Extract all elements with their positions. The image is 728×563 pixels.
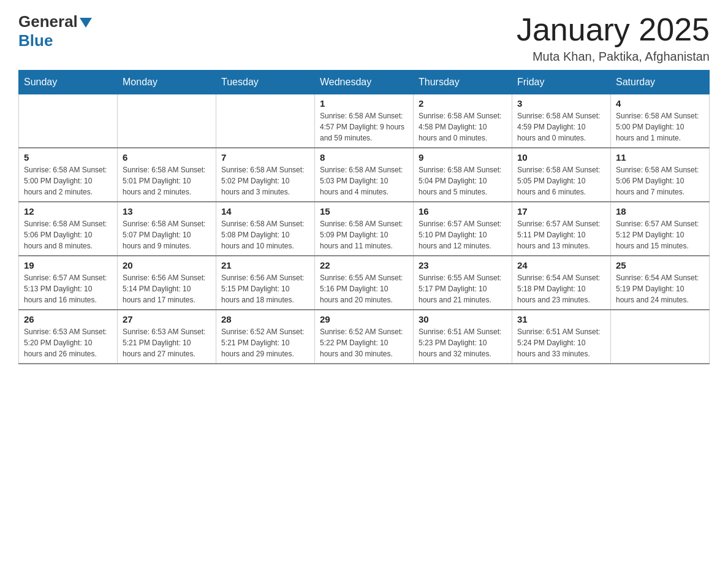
day-info: Sunrise: 6:56 AM Sunset: 5:15 PM Dayligh… [221, 272, 309, 305]
calendar-cell [611, 310, 710, 364]
day-info: Sunrise: 6:58 AM Sunset: 5:03 PM Dayligh… [320, 164, 408, 197]
day-info: Sunrise: 6:58 AM Sunset: 5:06 PM Dayligh… [616, 164, 704, 197]
page-header: General Blue January 2025 Muta Khan, Pak… [18, 12, 710, 64]
calendar-cell: 4Sunrise: 6:58 AM Sunset: 5:00 PM Daylig… [611, 94, 710, 148]
logo-general-text: General [18, 12, 78, 31]
day-info: Sunrise: 6:58 AM Sunset: 4:58 PM Dayligh… [419, 110, 507, 144]
day-info: Sunrise: 6:54 AM Sunset: 5:18 PM Dayligh… [517, 272, 605, 305]
month-title: January 2025 [517, 12, 710, 47]
day-number: 14 [221, 206, 309, 216]
day-info: Sunrise: 6:58 AM Sunset: 4:59 PM Dayligh… [517, 110, 605, 144]
calendar-cell: 28Sunrise: 6:52 AM Sunset: 5:21 PM Dayli… [216, 310, 315, 364]
day-info: Sunrise: 6:55 AM Sunset: 5:17 PM Dayligh… [419, 272, 507, 305]
calendar-cell: 11Sunrise: 6:58 AM Sunset: 5:06 PM Dayli… [611, 148, 710, 202]
day-number: 15 [320, 206, 408, 216]
day-number: 16 [419, 206, 507, 216]
header-day-tuesday: Tuesday [216, 71, 315, 94]
day-number: 23 [419, 260, 507, 270]
calendar-week-4: 19Sunrise: 6:57 AM Sunset: 5:13 PM Dayli… [19, 256, 710, 310]
calendar-cell [216, 94, 315, 148]
day-info: Sunrise: 6:57 AM Sunset: 5:10 PM Dayligh… [419, 218, 507, 251]
day-info: Sunrise: 6:58 AM Sunset: 5:06 PM Dayligh… [24, 218, 112, 251]
day-info: Sunrise: 6:58 AM Sunset: 5:05 PM Dayligh… [517, 164, 605, 197]
day-number: 27 [123, 314, 211, 324]
calendar-cell: 5Sunrise: 6:58 AM Sunset: 5:00 PM Daylig… [19, 148, 118, 202]
calendar-cell: 7Sunrise: 6:58 AM Sunset: 5:02 PM Daylig… [216, 148, 315, 202]
calendar-cell: 21Sunrise: 6:56 AM Sunset: 5:15 PM Dayli… [216, 256, 315, 310]
header-day-friday: Friday [512, 71, 611, 94]
calendar-cell: 9Sunrise: 6:58 AM Sunset: 5:04 PM Daylig… [414, 148, 512, 202]
header-day-saturday: Saturday [611, 71, 710, 94]
day-info: Sunrise: 6:58 AM Sunset: 5:02 PM Dayligh… [221, 164, 309, 197]
calendar-cell: 29Sunrise: 6:52 AM Sunset: 5:22 PM Dayli… [315, 310, 414, 364]
day-number: 26 [24, 314, 112, 324]
day-info: Sunrise: 6:58 AM Sunset: 4:57 PM Dayligh… [320, 110, 408, 144]
calendar-cell: 10Sunrise: 6:58 AM Sunset: 5:05 PM Dayli… [512, 148, 611, 202]
calendar-cell: 14Sunrise: 6:58 AM Sunset: 5:08 PM Dayli… [216, 202, 315, 256]
day-number: 29 [320, 314, 408, 324]
day-info: Sunrise: 6:58 AM Sunset: 5:09 PM Dayligh… [320, 218, 408, 251]
day-number: 17 [517, 206, 605, 216]
location-text: Muta Khan, Paktika, Afghanistan [517, 50, 710, 64]
day-number: 11 [616, 152, 704, 163]
calendar-cell: 24Sunrise: 6:54 AM Sunset: 5:18 PM Dayli… [512, 256, 611, 310]
calendar-cell: 31Sunrise: 6:51 AM Sunset: 5:24 PM Dayli… [512, 310, 611, 364]
calendar-body: 1Sunrise: 6:58 AM Sunset: 4:57 PM Daylig… [19, 94, 710, 364]
calendar-cell: 30Sunrise: 6:51 AM Sunset: 5:23 PM Dayli… [414, 310, 512, 364]
calendar-cell: 26Sunrise: 6:53 AM Sunset: 5:20 PM Dayli… [19, 310, 118, 364]
day-info: Sunrise: 6:57 AM Sunset: 5:11 PM Dayligh… [517, 218, 605, 251]
calendar-week-3: 12Sunrise: 6:58 AM Sunset: 5:06 PM Dayli… [19, 202, 710, 256]
calendar-cell: 20Sunrise: 6:56 AM Sunset: 5:14 PM Dayli… [118, 256, 216, 310]
calendar-header: SundayMondayTuesdayWednesdayThursdayFrid… [19, 71, 710, 94]
header-day-wednesday: Wednesday [315, 71, 414, 94]
calendar-week-1: 1Sunrise: 6:58 AM Sunset: 4:57 PM Daylig… [19, 94, 710, 148]
calendar-cell: 19Sunrise: 6:57 AM Sunset: 5:13 PM Dayli… [19, 256, 118, 310]
header-day-thursday: Thursday [414, 71, 512, 94]
calendar-cell [19, 94, 118, 148]
header-day-monday: Monday [118, 71, 216, 94]
day-info: Sunrise: 6:58 AM Sunset: 5:01 PM Dayligh… [123, 164, 211, 197]
day-number: 7 [221, 152, 309, 163]
logo-blue-part [78, 17, 92, 28]
day-number: 2 [419, 98, 507, 109]
day-number: 5 [24, 152, 112, 163]
calendar-week-5: 26Sunrise: 6:53 AM Sunset: 5:20 PM Dayli… [19, 310, 710, 364]
header-row: SundayMondayTuesdayWednesdayThursdayFrid… [19, 71, 710, 94]
day-number: 25 [616, 260, 704, 270]
calendar-cell: 16Sunrise: 6:57 AM Sunset: 5:10 PM Dayli… [414, 202, 512, 256]
day-number: 22 [320, 260, 408, 270]
day-info: Sunrise: 6:53 AM Sunset: 5:21 PM Dayligh… [123, 326, 211, 359]
calendar-cell: 23Sunrise: 6:55 AM Sunset: 5:17 PM Dayli… [414, 256, 512, 310]
day-number: 30 [419, 314, 507, 324]
day-info: Sunrise: 6:57 AM Sunset: 5:12 PM Dayligh… [616, 218, 704, 251]
title-section: January 2025 Muta Khan, Paktika, Afghani… [517, 12, 710, 64]
day-info: Sunrise: 6:53 AM Sunset: 5:20 PM Dayligh… [24, 326, 112, 359]
calendar-cell: 18Sunrise: 6:57 AM Sunset: 5:12 PM Dayli… [611, 202, 710, 256]
day-info: Sunrise: 6:57 AM Sunset: 5:13 PM Dayligh… [24, 272, 112, 305]
day-number: 10 [517, 152, 605, 163]
calendar-cell: 25Sunrise: 6:54 AM Sunset: 5:19 PM Dayli… [611, 256, 710, 310]
day-number: 28 [221, 314, 309, 324]
day-info: Sunrise: 6:56 AM Sunset: 5:14 PM Dayligh… [123, 272, 211, 305]
calendar-cell: 22Sunrise: 6:55 AM Sunset: 5:16 PM Dayli… [315, 256, 414, 310]
calendar-cell: 27Sunrise: 6:53 AM Sunset: 5:21 PM Dayli… [118, 310, 216, 364]
calendar-cell: 6Sunrise: 6:58 AM Sunset: 5:01 PM Daylig… [118, 148, 216, 202]
calendar-cell: 8Sunrise: 6:58 AM Sunset: 5:03 PM Daylig… [315, 148, 414, 202]
day-info: Sunrise: 6:51 AM Sunset: 5:24 PM Dayligh… [517, 326, 605, 359]
logo: General Blue [18, 12, 92, 50]
day-info: Sunrise: 6:54 AM Sunset: 5:19 PM Dayligh… [616, 272, 704, 305]
day-number: 3 [517, 98, 605, 109]
day-number: 18 [616, 206, 704, 216]
header-day-sunday: Sunday [19, 71, 118, 94]
day-info: Sunrise: 6:52 AM Sunset: 5:22 PM Dayligh… [320, 326, 408, 359]
day-number: 9 [419, 152, 507, 163]
day-number: 13 [123, 206, 211, 216]
day-number: 6 [123, 152, 211, 163]
day-number: 19 [24, 260, 112, 270]
day-number: 8 [320, 152, 408, 163]
day-number: 4 [616, 98, 704, 109]
calendar-cell: 17Sunrise: 6:57 AM Sunset: 5:11 PM Dayli… [512, 202, 611, 256]
day-number: 1 [320, 98, 408, 109]
day-info: Sunrise: 6:51 AM Sunset: 5:23 PM Dayligh… [419, 326, 507, 359]
calendar-cell: 13Sunrise: 6:58 AM Sunset: 5:07 PM Dayli… [118, 202, 216, 256]
